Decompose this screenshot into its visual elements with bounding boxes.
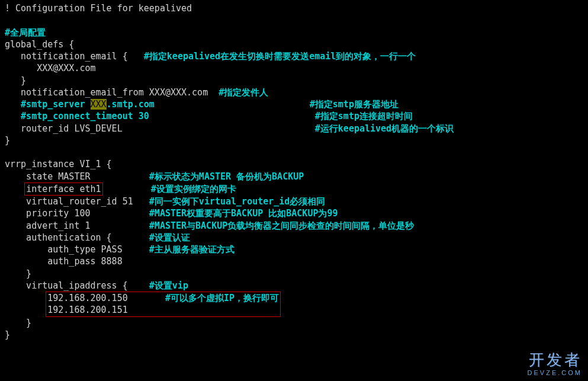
smtp-server-pre: #smtp_server (5, 99, 91, 110)
watermark-main: 开发者 (528, 352, 582, 367)
smtp-timeout-comment: #指定smtp连接超时时间 (315, 111, 413, 121)
auth-type: auth_type PASS (5, 244, 149, 255)
auth-comment: #设置认证 (149, 232, 190, 243)
auth-type-comment: #主从服务器验证方式 (149, 244, 234, 255)
vip-box: 192.168.200.150 #可以多个虚拟IP，换行即可 192.168.2… (46, 292, 281, 317)
global-close: } (5, 135, 10, 146)
interface-comment: #设置实例绑定的网卡 (151, 184, 236, 194)
interface: interface eth1 (26, 184, 101, 194)
priority: priority 100 (5, 208, 149, 219)
router-id-comment: #运行keepalived机器的一个标识 (315, 123, 454, 134)
smtp-server-post: .smtp.com (107, 99, 310, 110)
vip2: 192.168.200.151 (47, 305, 127, 315)
global-comment: #全局配置 (5, 27, 46, 38)
state: state MASTER (5, 171, 149, 182)
notif-from: notification_email_from XXX@XXX.com (5, 87, 219, 98)
priority-comment: #MASTER权重要高于BACKUP 比如BACKUP为99 (149, 208, 338, 219)
vrouter: virtual_router_id 51 (5, 196, 149, 207)
notif-email-addr: XXX@XXX.com (5, 63, 96, 73)
vip-open: virtual_ipaddress { (5, 280, 149, 291)
vip-comment: #设置vip (149, 280, 188, 291)
notif-email-comment: #指定keepalived在发生切换时需要发送email到的对象，一行一个 (144, 51, 416, 62)
state-comment: #标示状态为MASTER 备份机为BACKUP (149, 171, 304, 182)
smtp-server-comment: #指定smtp服务器地址 (310, 99, 399, 110)
config-file-content: ! Configuration File for keepalived #全局配… (5, 2, 583, 341)
vip-close: } (5, 318, 31, 328)
router-id: router_id LVS_DEVEL (5, 123, 315, 134)
interface-pad (103, 184, 151, 194)
notif-from-comment: #指定发件人 (219, 87, 268, 98)
smtp-server-highlight: XXX (91, 99, 107, 110)
watermark: 开发者 DEVZE.COM (528, 352, 582, 376)
vip-inner-comment: #可以多个虚拟IP，换行即可 (128, 293, 279, 303)
global-defs-open: global_defs { (5, 39, 74, 50)
advert: advert_int 1 (5, 220, 149, 231)
vip1: 192.168.200.150 (47, 293, 127, 303)
vrrp-open: vrrp_instance VI_1 { (5, 159, 112, 169)
notif-email-close: } (5, 75, 26, 86)
header-line: ! Configuration File for keepalived (5, 3, 192, 14)
watermark-sub: DEVZE.COM (528, 369, 582, 376)
auth-open: authentication { (5, 232, 149, 243)
vrouter-comment: #同一实例下virtual_router_id必须相同 (149, 196, 326, 207)
smtp-timeout: #smtp_connect_timeout 30 (5, 111, 315, 121)
notif-email-open: notification_email { (5, 51, 144, 62)
vrrp-close: } (5, 329, 10, 340)
auth-close: } (5, 268, 31, 279)
auth-pass: auth_pass 8888 (5, 256, 123, 267)
advert-comment: #MASTER与BACKUP负载均衡器之间同步检查的时间间隔，单位是秒 (149, 220, 414, 231)
